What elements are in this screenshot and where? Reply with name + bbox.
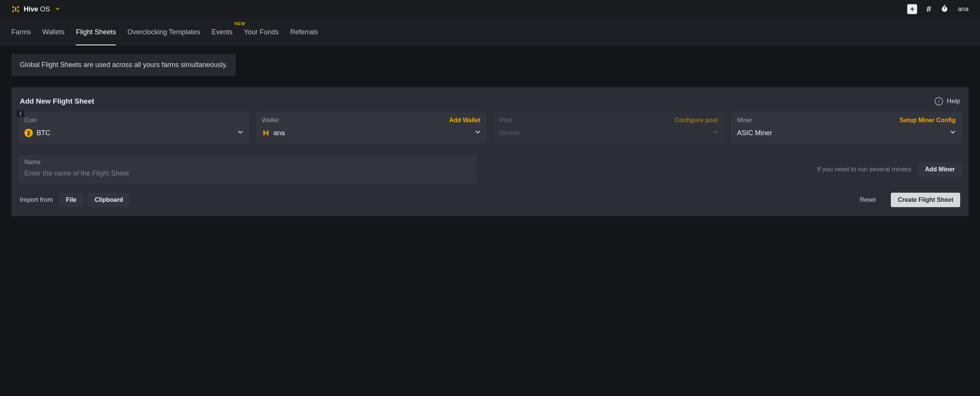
help-button[interactable]: i Help [935,97,960,105]
miner-label: Miner [737,117,753,124]
svg-rect-2 [15,7,16,11]
name-field[interactable]: Name [18,155,477,184]
hive-logo-icon [11,5,20,13]
stopwatch-icon[interactable] [940,4,949,14]
svg-rect-0 [13,6,14,8]
info-message: Global Flight Sheets are used across all… [11,54,236,76]
chevron-down-icon [475,129,480,137]
tab-flight-sheets[interactable]: Flight Sheets [76,19,116,45]
name-label: Name [24,159,471,166]
miner-select[interactable]: Miner Setup Miner Config ASIC Miner [731,112,962,144]
tab-events[interactable]: Events NEW [211,19,232,45]
panel-title: Add New Flight Sheet [20,97,94,105]
svg-rect-6 [944,5,945,6]
chevron-down-icon [238,129,243,137]
create-flight-sheet-button[interactable]: Create Flight Sheet [891,193,960,207]
tab-wallets[interactable]: Wallets [42,19,64,45]
chevron-down-icon [713,129,718,137]
add-miner-button[interactable]: Add Miner [918,162,962,177]
tab-referrals[interactable]: Referrals [290,19,318,45]
pool-value: hiveon [500,129,709,137]
topbar-right: + # ana [907,4,969,14]
svg-rect-4 [18,10,19,12]
wallet-value: ana [274,129,472,137]
step-badge: 1 [17,110,24,117]
btc-icon: ₿ [24,129,33,137]
reset-button[interactable]: Reset [853,193,882,207]
pool-label: Pool [500,117,512,124]
wallet-select[interactable]: Wallet Add Wallet ana [256,112,487,144]
plus-icon[interactable]: + [907,4,917,14]
import-file-button[interactable]: File [59,193,83,207]
svg-rect-9 [267,130,268,135]
flight-sheet-panel: Add New Flight Sheet i Help 1 Coin ₿ BTC [11,87,969,216]
coin-value: BTC [37,129,234,137]
hash-icon[interactable]: # [926,4,931,14]
hive-icon [262,129,270,137]
name-input[interactable] [24,169,471,177]
svg-rect-1 [13,10,14,12]
svg-rect-7 [263,130,264,135]
svg-rect-3 [18,6,19,8]
chevron-down-icon[interactable] [55,5,60,13]
coin-label: Coin [24,117,37,124]
info-icon: i [935,97,943,105]
config-row: 1 Coin ₿ BTC Wallet Add Wallet [18,112,962,144]
main-tabs: Farms Wallets Flight Sheets Overclocking… [0,18,980,46]
setup-miner-config-link[interactable]: Setup Miner Config [900,117,956,124]
add-miner-hint: If you need to run several miners [817,166,911,173]
brand[interactable]: Hive OS [11,5,60,13]
miner-value: ASIC Miner [737,129,947,137]
svg-rect-8 [265,132,266,134]
import-clipboard-button[interactable]: Clipboard [88,193,130,207]
add-wallet-link[interactable]: Add Wallet [449,117,480,124]
wallet-label: Wallet [262,117,279,124]
pool-select[interactable]: Pool Configure pool hiveon [493,112,724,144]
import-label: Import from [20,196,53,204]
tab-oc-templates[interactable]: Overclocking Templates [127,19,200,45]
configure-pool-link[interactable]: Configure pool [675,117,718,124]
tab-farms[interactable]: Farms [11,19,31,45]
chevron-down-icon [950,129,956,137]
topbar: Hive OS + # ana [0,0,980,18]
coin-select[interactable]: Coin ₿ BTC [18,112,249,144]
username[interactable]: ana [958,5,969,13]
brand-name: Hive OS [24,5,50,13]
tab-your-funds[interactable]: Your Funds [244,19,279,45]
